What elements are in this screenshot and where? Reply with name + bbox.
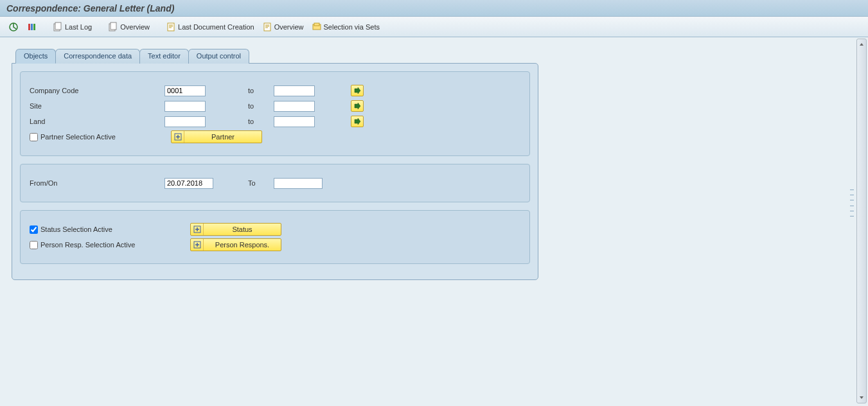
- date-group: From/On To: [20, 164, 530, 202]
- to-label-1: to: [248, 87, 274, 94]
- expand-icon: [192, 240, 202, 250]
- arrow-right-icon: [352, 101, 362, 111]
- land-to-input[interactable]: [274, 116, 315, 127]
- partner-button-label: Partner: [184, 133, 261, 141]
- status-selection-label: Status Selection Active: [40, 225, 112, 233]
- scroll-down-button[interactable]: [857, 393, 866, 403]
- execute-button[interactable]: [6, 20, 22, 34]
- scroll-up-button[interactable]: [857, 39, 866, 49]
- vertical-scrollbar[interactable]: [856, 39, 867, 403]
- selection-group-1: Company Code to Site to: [20, 71, 530, 156]
- svg-rect-8: [168, 23, 174, 31]
- svg-rect-9: [264, 23, 270, 31]
- overview1-label: Overview: [120, 23, 150, 31]
- from-on-input[interactable]: [164, 178, 213, 189]
- site-to-input[interactable]: [274, 101, 315, 112]
- status-button[interactable]: Status: [190, 223, 281, 236]
- land-from-input[interactable]: [164, 116, 206, 127]
- company-code-range-button[interactable]: [351, 85, 364, 96]
- content-area: Objects Correspondence data Text editor …: [0, 37, 868, 406]
- page-title: Correspondence: General Letter (Land): [6, 3, 174, 13]
- company-code-from-input[interactable]: [164, 85, 206, 96]
- person-button-label: Person Respons.: [204, 241, 281, 249]
- land-range-button[interactable]: [351, 116, 364, 127]
- overview-icon: [108, 22, 118, 32]
- tab-output-control[interactable]: Output control: [188, 49, 249, 64]
- from-on-label: From/On: [30, 179, 164, 187]
- company-code-label: Company Code: [30, 87, 164, 94]
- site-range-button[interactable]: [351, 100, 364, 112]
- to-label-2: to: [248, 102, 274, 110]
- person-selection-checkbox[interactable]: [30, 241, 38, 249]
- to-date-input[interactable]: [274, 178, 323, 189]
- svg-rect-1: [28, 24, 30, 30]
- arrow-right-icon: [352, 85, 362, 96]
- last-doc-label: Last Document Creation: [178, 23, 254, 31]
- title-bar: Correspondence: General Letter (Land): [0, 0, 868, 17]
- last-log-button[interactable]: Last Log: [51, 20, 96, 34]
- partner-selection-label: Partner Selection Active: [40, 133, 116, 141]
- svg-rect-5: [55, 22, 61, 30]
- last-log-label: Last Log: [65, 23, 92, 31]
- partner-selection-checkbox[interactable]: [30, 133, 38, 141]
- land-label: Land: [30, 118, 164, 125]
- svg-rect-2: [31, 24, 33, 30]
- last-doc-button[interactable]: Last Document Creation: [164, 20, 258, 34]
- tab-text-editor[interactable]: Text editor: [139, 49, 189, 64]
- tab-objects[interactable]: Objects: [15, 49, 56, 64]
- overview2-button[interactable]: Overview: [260, 20, 308, 34]
- status-button-label: Status: [204, 225, 281, 233]
- svg-rect-3: [33, 24, 35, 30]
- arrow-right-icon: [352, 116, 362, 127]
- person-selection-label: Person Resp. Selection Active: [40, 241, 135, 249]
- resize-grip[interactable]: [850, 187, 854, 219]
- overview1-button[interactable]: Overview: [106, 20, 154, 34]
- svg-rect-7: [111, 22, 116, 30]
- document2-icon: [262, 22, 272, 32]
- selection-sets-label: Selection via Sets: [324, 23, 380, 31]
- app-toolbar: Last Log Overview Last Document Creation…: [0, 17, 868, 37]
- execute-icon: [8, 22, 19, 32]
- tab-correspondence[interactable]: Correspondence data: [55, 49, 140, 64]
- company-code-to-input[interactable]: [274, 85, 315, 96]
- tab-strip: Objects Correspondence data Text editor …: [15, 49, 862, 64]
- svg-rect-11: [314, 23, 319, 26]
- expand-icon: [173, 132, 183, 142]
- document-icon: [166, 22, 176, 32]
- partner-button[interactable]: Partner: [171, 130, 262, 143]
- expand-icon: [192, 224, 202, 234]
- to-label-3: to: [248, 118, 274, 125]
- site-label: Site: [30, 102, 164, 110]
- overview2-label: Overview: [274, 23, 304, 31]
- selection-sets-button[interactable]: Selection via Sets: [310, 20, 384, 34]
- tab-body-objects: Company Code to Site to: [12, 63, 538, 280]
- to-label-date: To: [248, 179, 274, 187]
- site-from-input[interactable]: [164, 101, 206, 112]
- variant-icon: [26, 22, 37, 32]
- log-icon: [53, 22, 63, 32]
- status-group: Status Selection Active Status Person Re…: [20, 210, 530, 264]
- status-selection-checkbox[interactable]: [30, 225, 38, 234]
- person-button[interactable]: Person Respons.: [190, 238, 281, 251]
- variant-button[interactable]: [24, 20, 40, 34]
- sets-icon: [312, 22, 322, 32]
